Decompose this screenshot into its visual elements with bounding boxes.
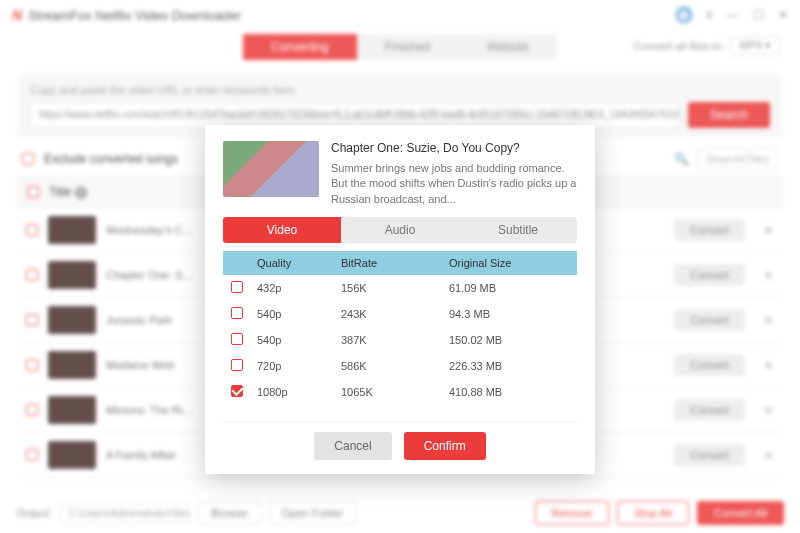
bitrate-value: 156K	[341, 282, 449, 294]
row-title: Minions: The Rise...	[106, 404, 196, 416]
col-bitrate: BitRate	[341, 257, 449, 269]
row-convert-button[interactable]: Convert	[674, 399, 745, 421]
stop-all-button[interactable]: Stop All	[617, 501, 688, 525]
title-bar: N StreamFox Netflix Video Downloader ≡ —…	[0, 0, 800, 30]
row-thumbnail	[48, 351, 96, 379]
row-thumbnail	[48, 306, 96, 334]
cancel-button[interactable]: Cancel	[314, 432, 391, 460]
search-button[interactable]: Search	[688, 102, 770, 128]
dialog-tab-video[interactable]: Video	[223, 217, 341, 243]
title-search-input[interactable]: Search(Title)	[697, 148, 778, 170]
col-title[interactable]: Title ⨁	[49, 185, 87, 199]
browse-button[interactable]: Browse	[198, 502, 261, 524]
size-value: 94.3 MB	[449, 308, 569, 320]
row-title: Chapter One: Suz...	[106, 269, 196, 281]
output-label: Output:	[16, 507, 52, 519]
row-remove-icon[interactable]: ✕	[763, 268, 774, 283]
col-size: Original Size	[449, 257, 569, 269]
quality-value: 720p	[257, 360, 341, 372]
quality-dialog: Chapter One: Suzie, Do You Copy? Summer …	[205, 125, 595, 474]
row-title: A Family Affair	[106, 449, 196, 461]
row-title: Madame Web	[106, 359, 196, 371]
minimize-icon[interactable]: —	[727, 8, 739, 22]
quality-option-row[interactable]: 1080p1065K410.88 MB	[223, 379, 577, 405]
quality-value: 540p	[257, 334, 341, 346]
row-convert-button[interactable]: Convert	[674, 309, 745, 331]
row-remove-icon[interactable]: ✕	[763, 403, 774, 418]
row-thumbnail	[48, 261, 96, 289]
app-title: StreamFox Netflix Video Downloader	[28, 8, 241, 23]
row-title: Wednesday's Chil...	[106, 224, 196, 236]
row-remove-icon[interactable]: ✕	[763, 448, 774, 463]
dialog-description: Summer brings new jobs and budding roman…	[331, 161, 577, 207]
row-checkbox[interactable]	[26, 359, 38, 371]
size-value: 150.02 MB	[449, 334, 569, 346]
bitrate-value: 1065K	[341, 386, 449, 398]
quality-option-row[interactable]: 540p387K150.02 MB	[223, 327, 577, 353]
row-convert-button[interactable]: Convert	[674, 354, 745, 376]
quality-checkbox[interactable]	[231, 333, 243, 345]
quality-option-row[interactable]: 540p243K94.3 MB	[223, 301, 577, 327]
tab-website[interactable]: Website	[458, 34, 557, 60]
quality-value: 1080p	[257, 386, 341, 398]
row-title: Jurassic Park	[106, 314, 196, 326]
menu-icon[interactable]: ≡	[706, 8, 713, 22]
exclude-checkbox[interactable]	[22, 153, 34, 165]
select-all-checkbox[interactable]	[27, 186, 39, 198]
output-path[interactable]: C:\Users\Administrator\Stre...	[60, 503, 190, 524]
row-remove-icon[interactable]: ✕	[763, 223, 774, 238]
confirm-button[interactable]: Confirm	[404, 432, 486, 460]
close-icon[interactable]: ✕	[778, 8, 788, 22]
row-convert-button[interactable]: Convert	[674, 444, 745, 466]
exclude-label: Exclude converted songs	[44, 152, 178, 166]
dialog-tab-subtitle[interactable]: Subtitle	[459, 217, 577, 243]
dialog-tab-audio[interactable]: Audio	[341, 217, 459, 243]
quality-checkbox[interactable]	[231, 307, 243, 319]
format-select[interactable]: MP4 ▾	[730, 36, 780, 55]
row-checkbox[interactable]	[26, 224, 38, 236]
search-label: Copy and paste the video URL or enter ke…	[30, 84, 770, 96]
dialog-tabs: Video Audio Subtitle	[223, 217, 577, 243]
convert-all-label: Convert all files to:	[634, 40, 724, 52]
remove-button[interactable]: Remove	[535, 501, 610, 525]
bitrate-value: 586K	[341, 360, 449, 372]
dialog-thumbnail	[223, 141, 319, 197]
size-value: 226.33 MB	[449, 360, 569, 372]
row-checkbox[interactable]	[26, 269, 38, 281]
bitrate-value: 387K	[341, 334, 449, 346]
row-checkbox[interactable]	[26, 404, 38, 416]
tab-converting[interactable]: Converting	[243, 34, 357, 60]
row-convert-button[interactable]: Convert	[674, 219, 745, 241]
row-thumbnail	[48, 441, 96, 469]
quality-option-row[interactable]: 432p156K61.09 MB	[223, 275, 577, 301]
row-remove-icon[interactable]: ✕	[763, 358, 774, 373]
row-thumbnail	[48, 396, 96, 424]
dialog-title: Chapter One: Suzie, Do You Copy?	[331, 141, 577, 155]
quality-value: 432p	[257, 282, 341, 294]
user-icon[interactable]	[676, 7, 692, 23]
quality-option-row[interactable]: 720p586K226.33 MB	[223, 353, 577, 379]
row-thumbnail	[48, 216, 96, 244]
open-folder-button[interactable]: Open Folder	[269, 502, 356, 524]
col-quality: Quality	[257, 257, 341, 269]
quality-value: 540p	[257, 308, 341, 320]
row-convert-button[interactable]: Convert	[674, 264, 745, 286]
dialog-separator	[223, 421, 577, 422]
bitrate-value: 243K	[341, 308, 449, 320]
app-logo: N	[12, 7, 22, 23]
convert-all-format: Convert all files to: MP4 ▾	[634, 36, 780, 55]
maximize-icon[interactable]: ☐	[753, 8, 764, 22]
size-value: 61.09 MB	[449, 282, 569, 294]
tab-finished[interactable]: Finished	[357, 34, 458, 60]
convert-all-button[interactable]: Convert All	[697, 501, 784, 525]
size-value: 410.88 MB	[449, 386, 569, 398]
dialog-table-header: Quality BitRate Original Size	[223, 251, 577, 275]
quality-checkbox[interactable]	[231, 359, 243, 371]
row-remove-icon[interactable]: ✕	[763, 313, 774, 328]
quality-checkbox[interactable]	[231, 385, 243, 397]
footer: Output: C:\Users\Administrator\Stre... B…	[0, 501, 800, 525]
quality-checkbox[interactable]	[231, 281, 243, 293]
row-checkbox[interactable]	[26, 314, 38, 326]
search-icon: 🔍	[674, 152, 689, 166]
row-checkbox[interactable]	[26, 449, 38, 461]
